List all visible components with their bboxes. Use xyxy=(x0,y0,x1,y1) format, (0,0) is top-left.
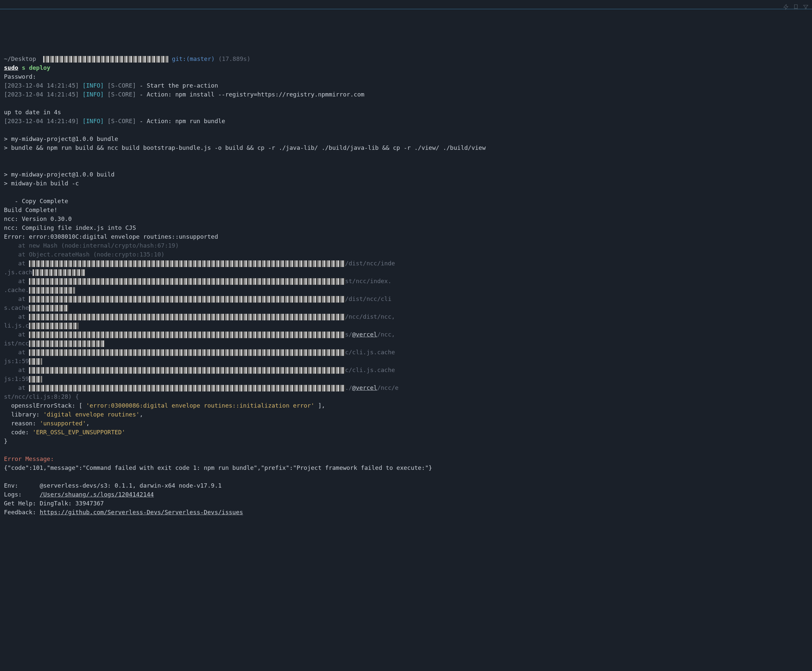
censored xyxy=(29,314,345,320)
cmd-sudo: sudo xyxy=(4,64,18,71)
log-mod: [S-CORE] xyxy=(107,82,136,89)
log-msg: - Start the pre-action xyxy=(136,82,218,89)
error-main: Error: error:0308010C:digital envelope r… xyxy=(4,233,218,240)
log-ts: [2023-12-04 14:21:45] xyxy=(4,91,79,98)
stack-tail: /ncc/e xyxy=(377,384,398,391)
ossl-val: 'error:03000086:digital envelope routine… xyxy=(86,402,315,409)
npm-script-cmd: > midway-bin build -c xyxy=(4,180,79,187)
build-complete: Build Complete! xyxy=(4,206,58,213)
stack-tail: c/cli.js.cache xyxy=(345,349,395,356)
log-ts: [2023-12-04 14:21:49] xyxy=(4,118,79,124)
stack-cont: li.js.c xyxy=(4,322,29,329)
stack-cont: .cache. xyxy=(4,286,29,293)
feedback-label: Feedback: xyxy=(4,509,39,516)
reason-label: reason: xyxy=(4,420,39,427)
stack-cont: ist/ncc xyxy=(4,340,29,347)
copy-complete: - Copy Complete xyxy=(4,198,68,204)
help-val: DingTalk: 33947367 xyxy=(39,500,104,507)
ossl-label: opensslErrorStack: [ xyxy=(4,402,86,409)
code-val: 'ERR_OSSL_EVP_UNSUPPORTED' xyxy=(32,429,126,436)
error-message-label: Error Message: xyxy=(4,455,54,462)
stack-at: at xyxy=(4,295,29,302)
censored xyxy=(29,341,105,347)
censored xyxy=(29,278,345,285)
stack-tail: /ncc, xyxy=(377,331,395,338)
stack-at: at xyxy=(4,313,29,320)
env-label: Env: xyxy=(4,482,39,489)
censored xyxy=(29,323,78,329)
stack-tail: /dist/ncc/cli xyxy=(345,295,392,302)
stack-tail: c/cli.js.cache xyxy=(345,366,395,373)
censored xyxy=(29,296,345,303)
npm-uptodate: up to date in 4s xyxy=(4,109,61,116)
stack-cont: s.cache xyxy=(4,304,29,311)
log-level: [INFO] xyxy=(82,118,104,124)
logs-label: Logs: xyxy=(4,491,39,498)
error-message-body: {"code":101,"message":"Command failed wi… xyxy=(4,464,432,471)
env-val: @serverless-devs/s3: 0.1.1, darwin-x64 n… xyxy=(39,482,221,489)
close-brace: } xyxy=(4,438,8,444)
prompt-path: ~/Desktop xyxy=(4,55,36,62)
censored xyxy=(29,376,42,383)
stack-cont: st/ncc/cli.js:8:28) { xyxy=(4,393,79,400)
logs-link[interactable]: /Users/shuang/.s/logs/1204142144 xyxy=(39,491,154,498)
stack-line: at Object.createHash (node:crypto:135:10… xyxy=(4,251,165,258)
stack-at: at xyxy=(4,366,29,373)
log-level: [INFO] xyxy=(82,82,104,89)
stack-cont: js:1:59 xyxy=(4,375,29,382)
stack-tail: /dist/ncc/inde xyxy=(345,260,395,267)
stack-tail: st/ncc/index. xyxy=(345,278,392,284)
stack-at: at xyxy=(4,278,29,284)
stack-cont: js:1:59 xyxy=(4,358,29,364)
bookmark-icon[interactable] xyxy=(793,3,799,12)
censored xyxy=(29,358,42,365)
cmd-s: s xyxy=(22,64,26,71)
censored-path xyxy=(43,56,168,63)
log-msg: - Action: npm run bundle xyxy=(136,118,225,124)
ncc-version: ncc: Version 0.30.0 xyxy=(4,215,72,222)
log-ts: [2023-12-04 14:21:45] xyxy=(4,82,79,89)
stack-at: at xyxy=(4,384,29,391)
vercel-link[interactable]: @vercel xyxy=(352,384,377,391)
stack-at: at xyxy=(4,349,29,356)
library-val: 'digital envelope routines' xyxy=(43,411,140,418)
censored xyxy=(29,287,75,294)
feedback-link[interactable]: https://github.com/Serverless-Devs/Serve… xyxy=(39,509,243,516)
stack-line: at new Hash (node:internal/crypto/hash:6… xyxy=(4,242,179,249)
reason-val: 'unsupported' xyxy=(39,420,86,427)
git-branch: git:(master) xyxy=(172,55,214,62)
censored xyxy=(29,332,345,338)
stack-at: at xyxy=(4,260,29,267)
ncc-compile: ncc: Compiling file index.js into CJS xyxy=(4,224,136,231)
library-label: library: xyxy=(4,411,43,418)
npm-script-header: > my-midway-project@1.0.0 bundle xyxy=(4,135,118,142)
log-level: [INFO] xyxy=(82,91,104,98)
filter-icon[interactable] xyxy=(803,3,809,12)
code-label: code: xyxy=(4,429,32,436)
censored xyxy=(32,269,85,276)
lightning-icon[interactable] xyxy=(783,3,789,12)
timing: (17.889s) xyxy=(218,55,250,62)
help-label: Get Help: xyxy=(4,500,39,507)
censored xyxy=(29,261,345,267)
log-mod: [S-CORE] xyxy=(107,91,136,98)
censored xyxy=(29,305,68,312)
npm-script-header: > my-midway-project@1.0.0 build xyxy=(4,171,114,178)
censored xyxy=(29,385,345,392)
cmd-deploy: deploy xyxy=(29,64,50,71)
password-prompt: Password: xyxy=(4,73,36,80)
npm-script-cmd: > bundle && npm run build && ncc build b… xyxy=(4,144,486,151)
stack-tail: /ncc/dist/ncc, xyxy=(345,313,395,320)
stack-at: at xyxy=(4,331,29,338)
stack-cont: .js.cach xyxy=(4,269,32,276)
log-mod: [S-CORE] xyxy=(107,118,136,124)
vercel-link[interactable]: @vercel xyxy=(352,331,377,338)
censored xyxy=(29,349,345,356)
log-msg: - Action: npm install --registry=https:/… xyxy=(136,91,364,98)
terminal-output[interactable]: ~/Desktop git:(master) (17.889s) sudo s … xyxy=(4,54,809,516)
censored xyxy=(29,367,345,374)
